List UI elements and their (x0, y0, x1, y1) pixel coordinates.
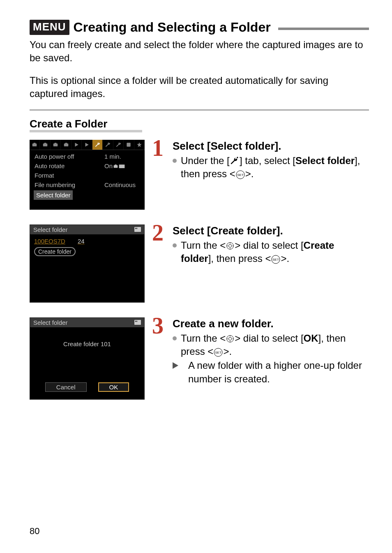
menu-item-select-folder-highlighted: Select folder (34, 190, 141, 200)
create-folder-pill: Create folder (34, 247, 76, 256)
tab-star-icon (134, 140, 145, 150)
svg-rect-30 (136, 321, 137, 322)
bullet-icon (173, 243, 177, 248)
bullet-icon (173, 159, 177, 163)
confirm-message: Create folder 101 (63, 340, 111, 347)
menu-badge: MENU (30, 20, 69, 35)
screenshot-create-folder-confirm: Select folder Create folder 101 Cancel O… (30, 317, 145, 400)
svg-rect-19 (136, 228, 137, 229)
dial-icon (226, 334, 235, 343)
svg-rect-29 (135, 321, 136, 322)
cancel-button: Cancel (45, 382, 87, 392)
step3-text-2: A new folder with a higher one-up folder… (188, 359, 369, 386)
set-button-icon: SET (235, 170, 245, 180)
dial-icon (226, 241, 235, 250)
menu-item-file-numbering: File numbering Continuous (34, 180, 141, 190)
svg-rect-1 (34, 143, 36, 144)
svg-point-21 (229, 245, 232, 248)
cf-card-icon (134, 320, 141, 325)
tab-wrench-icon (113, 140, 124, 150)
intro-paragraph-2: This is optional since a folder will be … (30, 74, 369, 101)
svg-rect-10 (127, 143, 131, 146)
tab-camera-icon (40, 140, 50, 150)
step3-text-1: Turn the <> dial to select [OK], then pr… (181, 332, 369, 359)
step3-title: Create a new folder. (173, 317, 369, 330)
title-rule (278, 28, 369, 30)
step-number-3: 3 (152, 317, 164, 335)
shot3-header-label: Select folder (33, 319, 67, 326)
svg-text:SET: SET (215, 351, 222, 354)
ok-button: OK (98, 382, 129, 392)
step2-title: Select [Create folder]. (173, 224, 369, 237)
tab-camera-icon (51, 140, 61, 150)
svg-point-32 (229, 338, 232, 340)
svg-rect-14 (119, 164, 125, 168)
svg-rect-7 (65, 143, 67, 144)
svg-marker-8 (75, 143, 78, 146)
page-number: 80 (30, 526, 39, 537)
tab-wrench-icon (103, 140, 113, 150)
shot2-header-label: Select folder (33, 226, 67, 233)
svg-rect-13 (115, 164, 116, 166)
intro-paragraph-1: You can freely create and select the fol… (30, 38, 369, 65)
set-button-icon: SET (271, 255, 281, 264)
svg-marker-11 (137, 142, 142, 147)
svg-text:SET: SET (237, 173, 244, 177)
step-number-1: 1 (152, 139, 164, 157)
svg-rect-5 (55, 143, 57, 144)
tab-wrench-icon-active (92, 140, 103, 150)
screenshot-menu: Auto power off 1 min. Auto rotate On For… (30, 140, 145, 210)
menu-item-format: Format (34, 171, 141, 180)
step1-text: Under the [•] tab, select [Select folder… (181, 154, 369, 181)
wrench-icon: • (230, 157, 240, 165)
svg-marker-9 (85, 143, 89, 146)
section-heading: Create a Folder (30, 118, 107, 132)
tab-custom-icon (124, 140, 134, 150)
set-button-icon: SET (213, 347, 223, 357)
tab-strip (30, 140, 145, 150)
step-number-2: 2 (152, 224, 164, 242)
page-title: Creating and Selecting a Folder (74, 20, 271, 35)
bullet-icon (173, 336, 177, 340)
svg-rect-28 (134, 320, 141, 325)
folder-row-active: 100EOS7D 24 (34, 238, 140, 245)
screenshot-select-folder: Select folder 100EOS7D 24 Create folder (30, 224, 145, 303)
tab-play-icon (82, 140, 92, 150)
svg-rect-3 (44, 143, 46, 144)
cf-card-icon (134, 227, 141, 232)
svg-text:SET: SET (273, 258, 279, 261)
tab-camera-icon (30, 140, 40, 150)
menu-item-auto-power-off: Auto power off 1 min. (34, 152, 141, 161)
svg-rect-17 (134, 227, 141, 232)
step1-title: Select [Select folder]. (173, 140, 369, 153)
tab-play-icon (71, 140, 82, 150)
tab-camera-icon (61, 140, 71, 150)
result-arrow-icon (173, 362, 184, 369)
svg-rect-18 (135, 228, 136, 229)
step2-text: Turn the <> dial to select [Create folde… (181, 239, 369, 266)
menu-item-auto-rotate: Auto rotate On (34, 161, 141, 171)
